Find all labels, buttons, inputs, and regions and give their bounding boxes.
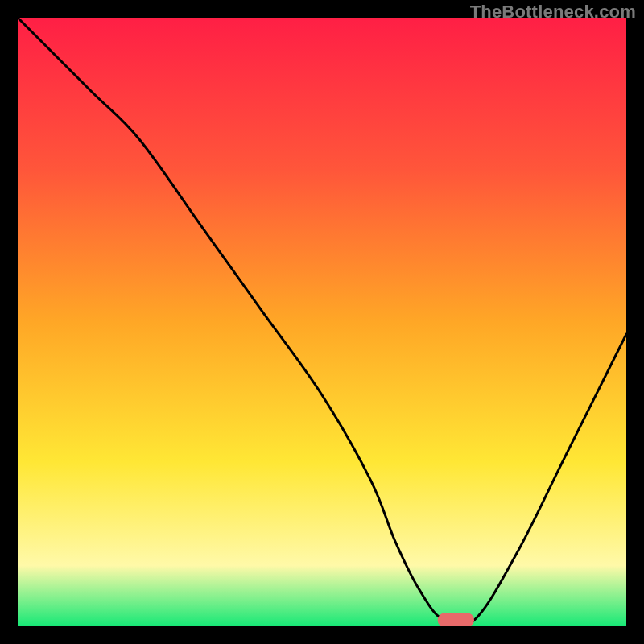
chart-plot-area	[18, 18, 626, 626]
watermark-label: TheBottleneck.com	[470, 2, 636, 23]
chart-stage: TheBottleneck.com	[0, 0, 644, 644]
chart-svg	[18, 18, 626, 626]
chart-optimal-marker	[438, 613, 474, 626]
